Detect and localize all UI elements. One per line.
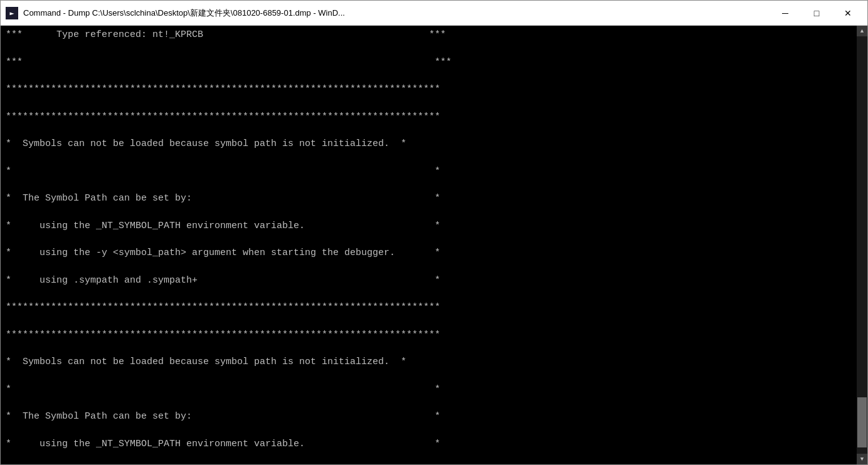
line-2: *** *** xyxy=(6,56,852,70)
line-8: * using the _NT_SYMBOL_PATH environment … xyxy=(6,219,852,233)
line-16: * using the _NT_SYMBOL_PATH environment … xyxy=(6,437,852,451)
line-5: * Symbols can not be loaded because symb… xyxy=(6,137,852,151)
title-bar-left: ► Command - Dump C:\Users\sclchina\Deskt… xyxy=(6,7,345,19)
minimize-button[interactable]: ─ xyxy=(771,4,800,23)
line-9: * using the -y <symbol_path> argument wh… xyxy=(6,246,852,260)
line-1: *** Type referenced: nt!_KPRCB *** xyxy=(6,28,852,42)
close-button[interactable]: ✕ xyxy=(834,4,862,23)
title-bar: ► Command - Dump C:\Users\sclchina\Deskt… xyxy=(1,1,867,26)
window-title: Command - Dump C:\Users\sclchina\Desktop… xyxy=(23,8,345,19)
scroll-up-button[interactable]: ▲ xyxy=(857,26,867,36)
line-6: * * xyxy=(6,165,852,179)
line-3: ****************************************… xyxy=(6,83,852,97)
terminal-icon: ► xyxy=(6,7,18,19)
scroll-thumb[interactable] xyxy=(857,397,867,447)
scroll-track xyxy=(857,36,867,454)
scroll-down-button[interactable]: ▼ xyxy=(857,454,867,464)
line-13: * Symbols can not be loaded because symb… xyxy=(6,355,852,369)
window-controls: ─ □ ✕ xyxy=(771,4,862,23)
line-4: ****************************************… xyxy=(6,110,852,124)
line-10: * using .sympath and .sympath+ * xyxy=(6,274,852,288)
scrollbar[interactable]: ▲ ▼ xyxy=(857,26,867,464)
line-15: * The Symbol Path can be set by: * xyxy=(6,410,852,424)
line-7: * The Symbol Path can be set by: * xyxy=(6,192,852,206)
window: ► Command - Dump C:\Users\sclchina\Deskt… xyxy=(0,0,868,465)
line-12: ****************************************… xyxy=(6,328,852,342)
terminal-output: *** Type referenced: nt!_KPRCB *** *** *… xyxy=(1,26,857,464)
content-area: *** Type referenced: nt!_KPRCB *** *** *… xyxy=(1,26,867,464)
line-14: * * xyxy=(6,383,852,397)
maximize-button[interactable]: □ xyxy=(802,4,831,23)
line-11: ****************************************… xyxy=(6,301,852,315)
